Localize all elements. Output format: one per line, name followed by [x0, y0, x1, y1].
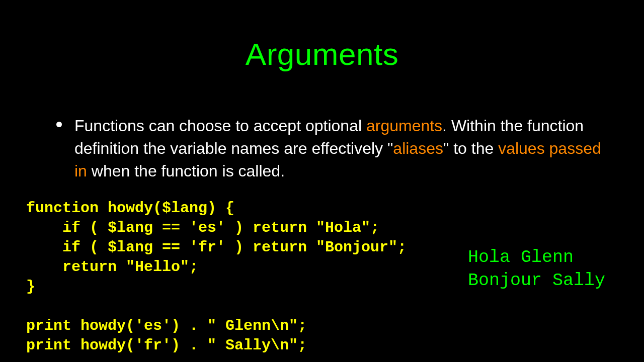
- code-sample: function howdy($lang) { if ( $lang == 'e…: [26, 199, 407, 355]
- bullet-icon: [56, 122, 62, 127]
- bullet-text-5: " to the: [443, 139, 498, 157]
- bullet-text-7: when the function is called.: [87, 162, 285, 180]
- bullet-highlight-arguments: arguments: [366, 117, 442, 135]
- bullet-item: Functions can choose to accept optional …: [50, 115, 614, 182]
- bullet-highlight-aliases: aliases: [393, 139, 443, 157]
- code-output: Hola Glenn Bonjour Sally: [468, 246, 605, 292]
- slide: Arguments Functions can choose to accept…: [0, 0, 644, 362]
- bullet-text-1: Functions can choose to accept optional: [74, 117, 366, 135]
- slide-title: Arguments: [0, 0, 644, 72]
- bullet-text: Functions can choose to accept optional …: [74, 115, 614, 182]
